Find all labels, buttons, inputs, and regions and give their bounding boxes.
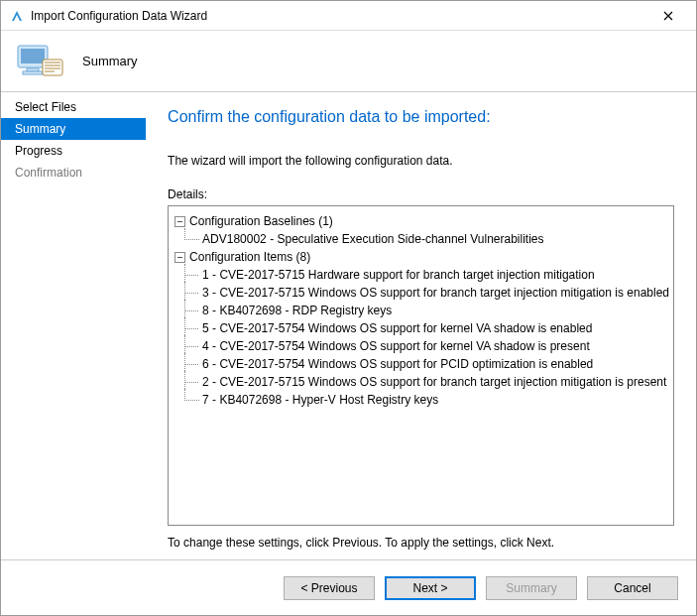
page-heading: Confirm the configuration data to be imp… <box>168 108 674 126</box>
collapse-icon[interactable]: − <box>174 216 185 227</box>
footnote-text: To change these settings, click Previous… <box>168 536 674 550</box>
wizard-icon <box>17 42 64 81</box>
instruction-text: The wizard will import the following con… <box>168 154 674 168</box>
svg-rect-1 <box>21 49 45 63</box>
titlebar: Import Configuration Data Wizard <box>1 1 696 31</box>
close-button[interactable] <box>648 2 688 30</box>
tree-config-item[interactable]: 1 - CVE-2017-5715 Hardware support for b… <box>173 266 669 284</box>
app-icon <box>9 8 25 24</box>
previous-button[interactable]: < Previous <box>284 576 375 600</box>
tree-label: Configuration Baselines (1) <box>189 214 333 228</box>
tree-config-item[interactable]: 8 - KB4072698 - RDP Registry keys <box>173 302 669 319</box>
svg-rect-4 <box>43 60 62 75</box>
wizard-header: Summary <box>1 31 696 92</box>
tree-config-item[interactable]: 2 - CVE-2017-5715 Windows OS support for… <box>173 373 669 391</box>
details-label: Details: <box>168 187 674 201</box>
tree-baseline-item[interactable]: ADV180002 - Speculative Execution Side-c… <box>173 230 669 248</box>
wizard-steps-sidebar: Select Files Summary Progress Confirmati… <box>1 92 146 559</box>
window-title: Import Configuration Data Wizard <box>31 9 648 23</box>
sidebar-item-confirmation: Confirmation <box>1 162 146 184</box>
wizard-step-title: Summary <box>82 54 138 68</box>
tree-baselines-root[interactable]: −Configuration Baselines (1) <box>173 212 669 230</box>
details-tree[interactable]: −Configuration Baselines (1) ADV180002 -… <box>168 205 674 526</box>
tree-config-item[interactable]: 3 - CVE-2017-5715 Windows OS support for… <box>173 284 669 302</box>
tree-config-item[interactable]: 6 - CVE-2017-5754 Windows OS support for… <box>173 355 669 373</box>
sidebar-item-summary[interactable]: Summary <box>1 118 146 140</box>
next-button[interactable]: Next > <box>385 576 476 600</box>
collapse-icon[interactable]: − <box>174 252 185 263</box>
tree-config-item[interactable]: 4 - CVE-2017-5754 Windows OS support for… <box>173 337 669 355</box>
svg-rect-3 <box>23 71 43 74</box>
wizard-main-panel: Confirm the configuration data to be imp… <box>146 92 696 559</box>
cancel-button[interactable]: Cancel <box>587 576 678 600</box>
tree-config-item[interactable]: 5 - CVE-2017-5754 Windows OS support for… <box>173 319 669 337</box>
summary-button: Summary <box>486 576 577 600</box>
sidebar-item-select-files[interactable]: Select Files <box>1 96 146 118</box>
tree-items-root[interactable]: −Configuration Items (8) <box>173 248 669 266</box>
tree-config-item[interactable]: 7 - KB4072698 - Hyper-V Host Registry ke… <box>173 391 669 409</box>
wizard-footer: < Previous Next > Summary Cancel <box>1 559 696 615</box>
sidebar-item-progress[interactable]: Progress <box>1 140 146 162</box>
tree-label: Configuration Items (8) <box>189 250 310 264</box>
